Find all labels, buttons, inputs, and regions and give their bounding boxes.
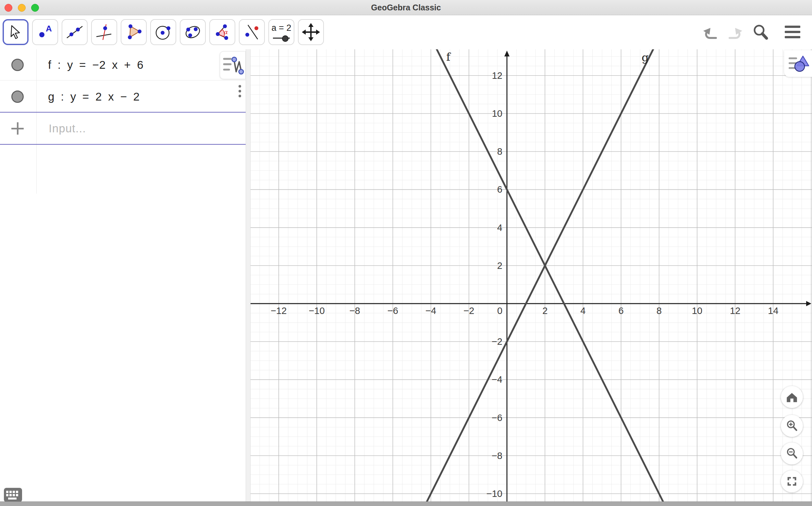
tool-move[interactable]	[3, 19, 28, 45]
redo-button[interactable]	[722, 19, 747, 45]
special-points-button[interactable]	[220, 51, 246, 79]
y-tick-label: −6	[492, 413, 502, 423]
row-options-button[interactable]	[237, 85, 243, 101]
function-inspector-icon	[220, 52, 245, 79]
move-graphics-icon	[302, 23, 320, 41]
fullscreen-icon	[785, 474, 799, 489]
kebab-dot	[238, 95, 241, 97]
visibility-marble-g[interactable]	[11, 90, 24, 103]
add-input-button[interactable]	[11, 122, 24, 135]
x-tick-label: 8	[657, 306, 662, 316]
visibility-marble-f[interactable]	[11, 59, 24, 71]
slider-label: a = 2	[269, 23, 294, 33]
tool-reflect[interactable]	[239, 19, 265, 45]
y-tick-label: 10	[492, 108, 502, 119]
cursor-icon	[6, 23, 25, 41]
x-tick-label: 14	[768, 306, 778, 316]
panel-divider[interactable]	[246, 49, 250, 501]
tool-slider[interactable]: a = 2	[269, 19, 294, 45]
x-tick-label: −6	[387, 306, 398, 316]
geogebra-window: GeoGebra Classic A	[0, 0, 812, 506]
function-line-g[interactable]	[250, 49, 812, 501]
tool-perpendicular-line[interactable]	[91, 19, 117, 45]
x-tick-label: −2	[463, 306, 474, 316]
window-bottom-bar	[0, 501, 812, 506]
algebra-input-field[interactable]	[48, 116, 231, 141]
x-tick-label: 4	[580, 306, 585, 316]
main-menu-button[interactable]	[780, 19, 805, 45]
tool-move-graphics[interactable]	[298, 19, 324, 45]
function-line-f[interactable]	[250, 49, 812, 501]
toolbar: A	[0, 15, 812, 50]
y-tick-label: 2	[497, 260, 502, 271]
window-title: GeoGebra Classic	[0, 0, 812, 15]
perpendicular-line-icon	[95, 23, 113, 41]
x-tick-label: 10	[692, 306, 702, 316]
y-tick-label: −10	[487, 489, 502, 499]
fullscreen-button[interactable]	[781, 470, 803, 492]
svg-text:α: α	[224, 28, 228, 35]
virtual-keyboard-button[interactable]	[4, 488, 22, 502]
y-tick-label: 8	[497, 146, 502, 157]
x-axis[interactable]	[250, 301, 811, 306]
origin-label: 0	[497, 306, 502, 316]
undo-button[interactable]	[698, 19, 723, 45]
function-label-g[interactable]: g	[642, 51, 649, 64]
reflect-about-line-icon	[243, 23, 261, 41]
function-label-f[interactable]: f	[446, 50, 451, 63]
undo-icon	[701, 23, 721, 41]
home-view-button[interactable]	[781, 386, 803, 408]
x-tick-label: 12	[730, 306, 740, 316]
search-icon	[751, 22, 770, 42]
plot-canvas[interactable]: −12−10−8−6−4−2246810121412108642−2−4−6−8…	[250, 49, 812, 501]
home-icon	[785, 390, 799, 404]
zoom-in-icon	[785, 419, 799, 433]
x-tick-label: −12	[271, 306, 287, 316]
algebra-input-row[interactable]	[0, 112, 246, 144]
y-tick-label: 6	[497, 184, 502, 195]
zoom-out-icon	[785, 446, 799, 460]
point-icon: A	[36, 23, 54, 41]
search-button[interactable]	[748, 19, 773, 45]
x-tick-label: 2	[542, 306, 547, 316]
circle-with-center-icon	[154, 23, 172, 41]
input-row-bottom-border	[0, 144, 246, 145]
y-axis[interactable]	[504, 51, 510, 501]
slider-knob	[282, 35, 289, 42]
stylebar-icon	[784, 50, 812, 77]
svg-text:A: A	[46, 24, 52, 33]
equation-g[interactable]: g : y = 2 x − 2	[48, 80, 140, 112]
polygon-icon	[125, 23, 143, 41]
plus-icon	[17, 122, 18, 135]
y-tick-label: 12	[492, 70, 502, 81]
x-tick-label: −10	[309, 306, 324, 316]
stylebar-toggle-button[interactable]	[784, 50, 812, 77]
tool-circle-center-point[interactable]	[150, 19, 176, 45]
graphics-view[interactable]: −12−10−8−6−4−2246810121412108642−2−4−6−8…	[250, 49, 812, 501]
tool-polygon[interactable]	[121, 19, 147, 45]
window-titlebar[interactable]: GeoGebra Classic	[0, 0, 812, 15]
equation-f[interactable]: f : y = −2 x + 6	[48, 49, 144, 80]
keyboard-icon	[4, 488, 22, 502]
tool-ellipse[interactable]	[180, 19, 206, 45]
zoom-out-button[interactable]	[781, 442, 803, 465]
tool-line[interactable]	[62, 19, 88, 45]
angle-icon: α	[213, 23, 231, 41]
x-tick-label: 6	[618, 306, 624, 316]
kebab-dot	[238, 85, 241, 88]
ellipse-through-points-icon	[184, 23, 202, 41]
tool-angle[interactable]: α	[209, 19, 235, 45]
algebra-row-f[interactable]: f : y = −2 x + 6	[0, 49, 246, 80]
line-two-points-icon	[66, 23, 84, 41]
hamburger-menu-icon	[784, 24, 802, 40]
tool-point[interactable]: A	[32, 19, 58, 45]
y-tick-label: −2	[492, 336, 502, 347]
y-tick-label: 4	[497, 223, 502, 233]
x-tick-label: −8	[350, 306, 360, 316]
algebra-row-g[interactable]: g : y = 2 x − 2	[0, 80, 246, 112]
x-tick-label: −4	[426, 306, 436, 316]
redo-icon	[725, 23, 744, 41]
zoom-in-button[interactable]	[781, 415, 803, 437]
kebab-dot	[238, 90, 241, 92]
y-tick-label: −8	[492, 450, 502, 461]
